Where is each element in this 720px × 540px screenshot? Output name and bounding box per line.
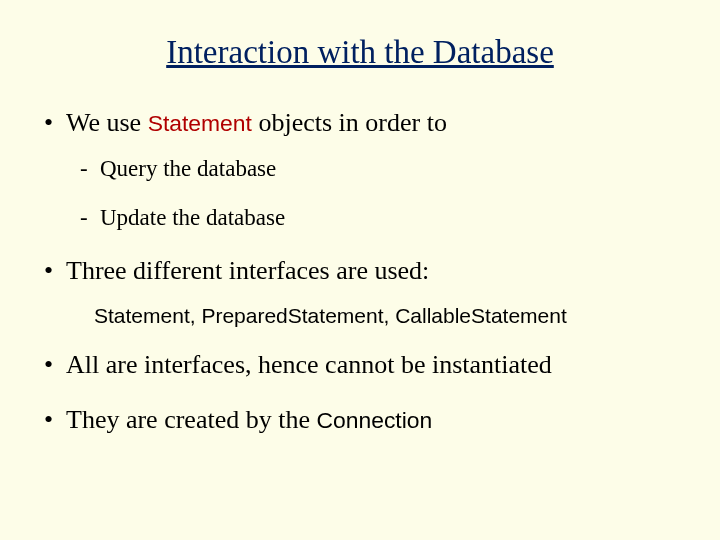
bullet-list: We use Statement objects in order to Que… xyxy=(40,107,680,436)
interfaces-list: Statement, PreparedStatement, CallableSt… xyxy=(94,302,680,329)
slide: Interaction with the Database We use Sta… xyxy=(0,0,720,540)
slide-title: Interaction with the Database xyxy=(40,34,680,71)
bullet-item-2: Three different interfaces are used: Sta… xyxy=(40,255,680,329)
bullet4-pre: They are created by the xyxy=(66,405,316,434)
connection-code: Connection xyxy=(316,407,432,433)
bullet-item-3: All are interfaces, hence cannot be inst… xyxy=(40,349,680,382)
statement-code: Statement xyxy=(148,110,252,136)
bullet1-pre: We use xyxy=(66,108,148,137)
sub-item-update: Update the database xyxy=(66,203,680,233)
bullet-item-1: We use Statement objects in order to Que… xyxy=(40,107,680,233)
bullet-item-4: They are created by the Connection xyxy=(40,404,680,437)
bullet1-post: objects in order to xyxy=(252,108,447,137)
bullet2-text: Three different interfaces are used: xyxy=(66,256,429,285)
sub-item-query: Query the database xyxy=(66,154,680,184)
sub-list-1: Query the database Update the database xyxy=(66,154,680,234)
